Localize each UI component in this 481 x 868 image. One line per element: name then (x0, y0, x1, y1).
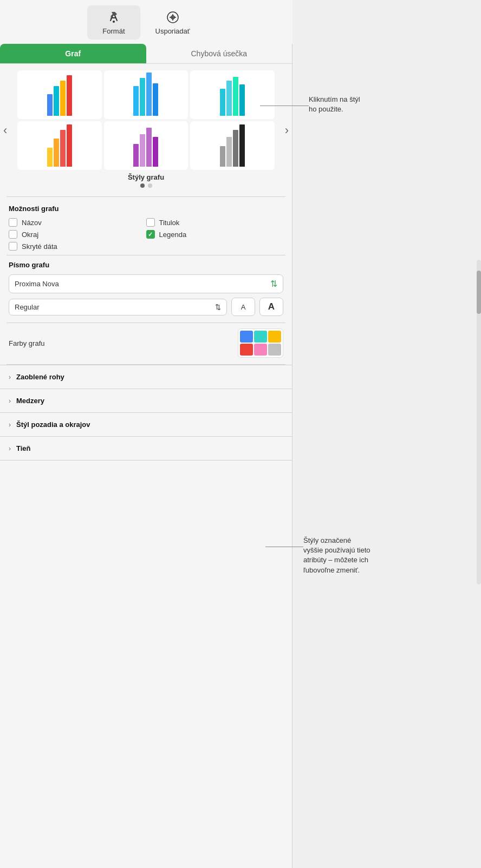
expand-chevron-2: › (9, 421, 11, 429)
chart-style-1[interactable] (104, 70, 188, 119)
expand-label-2: Štýl pozadia a okrajov (16, 420, 90, 429)
chart-style-5[interactable] (190, 121, 275, 170)
color-swatch-2[interactable] (268, 331, 281, 343)
color-swatch-1[interactable] (254, 331, 267, 343)
expandable-list: › Zaoblené rohy › Medzery › Štýl pozadia… (0, 365, 292, 461)
checkbox-skryte-input[interactable] (9, 242, 17, 251)
font-name-row: Proxima Nova ⇅ (9, 274, 283, 293)
checkbox-okraj-input[interactable] (9, 230, 17, 239)
format-label: Formát (102, 27, 125, 35)
colors-label: Farby grafu (9, 339, 44, 347)
expand-chevron-0: › (9, 373, 11, 381)
annotation-styles: Štýly označenévyššie používajú tietoatri… (303, 536, 417, 575)
graph-options-title: Možnosti grafu (9, 205, 283, 213)
expand-row-1[interactable]: › Medzery (0, 389, 292, 412)
tab-graf[interactable]: Graf (0, 44, 146, 63)
checkbox-titulok-input[interactable] (146, 218, 155, 227)
font-increase-button[interactable]: A (259, 298, 283, 316)
checkbox-skryte: Skryté dáta (9, 242, 283, 251)
scrollbar-thumb[interactable] (477, 271, 481, 314)
checkbox-nazov: Názov (9, 218, 146, 227)
chart-styles-label: Štýly grafu (4, 173, 288, 181)
expand-chevron-3: › (9, 445, 11, 452)
font-section-title: Písmo grafu (9, 261, 283, 269)
chart-style-3[interactable] (17, 121, 102, 170)
color-swatches[interactable] (238, 328, 283, 358)
expand-label-1: Medzery (16, 397, 44, 405)
font-style-stepper-icon: ⇅ (215, 303, 221, 311)
format-icon (106, 10, 121, 25)
font-name-select[interactable]: Proxima Nova ⇅ (9, 274, 283, 293)
annotation-click-style: Kliknutím na štýlho použite. (309, 95, 417, 114)
color-swatch-5[interactable] (268, 344, 281, 356)
checkbox-legenda-label: Legenda (159, 231, 187, 239)
font-section: Písmo grafu Proxima Nova ⇅ Regular ⇅ A A (0, 255, 292, 323)
colors-section: Farby grafu (0, 323, 292, 364)
arrange-icon (165, 10, 180, 25)
font-style-value: Regular (15, 303, 40, 311)
font-name-stepper-icon: ⇅ (270, 279, 277, 289)
arrange-label: Usporiadať (155, 27, 190, 35)
expand-row-3[interactable]: › Tieň (0, 436, 292, 461)
checkbox-legenda: Legenda (146, 230, 284, 239)
dot-1[interactable] (140, 183, 145, 188)
checkbox-okraj: Okraj (9, 230, 146, 239)
font-style-select[interactable]: Regular ⇅ (9, 299, 227, 315)
checkbox-okraj-label: Okraj (22, 231, 38, 239)
color-swatch-0[interactable] (240, 331, 253, 343)
svg-point-1 (113, 21, 115, 23)
chart-style-0[interactable] (17, 70, 102, 119)
dot-2[interactable] (148, 183, 152, 188)
chart-style-grid (4, 70, 288, 170)
checkbox-titulok: Titulok (146, 218, 284, 227)
font-increase-label: A (268, 301, 275, 312)
color-swatch-3[interactable] (240, 344, 253, 356)
checkbox-skryte-label: Skryté dáta (22, 242, 57, 251)
checkbox-grid: Názov Titulok Okraj Legenda Skryté dáta (9, 218, 283, 251)
expand-row-0[interactable]: › Zaoblené rohy (0, 365, 292, 389)
font-name-value: Proxima Nova (15, 280, 59, 288)
tab-chybova[interactable]: Chybová úsečka (146, 44, 292, 63)
expand-label-0: Zaoblené rohy (16, 373, 64, 381)
checkbox-nazov-label: Názov (22, 219, 42, 227)
annotation-line-2 (265, 547, 303, 547)
font-decrease-button[interactable]: A (231, 298, 255, 316)
checkbox-nazov-input[interactable] (9, 218, 17, 227)
chart-style-4[interactable] (104, 121, 188, 170)
color-swatch-4[interactable] (254, 344, 267, 356)
graph-options-section: Možnosti grafu Názov Titulok Okraj Legen… (0, 197, 292, 255)
annotation-line-1 (260, 106, 309, 106)
font-decrease-label: A (241, 303, 246, 311)
toolbar: Formát Usporiadať (0, 0, 292, 44)
expand-row-2[interactable]: › Štýl pozadia a okrajov (0, 412, 292, 436)
font-row2: Regular ⇅ A A (9, 298, 283, 316)
scrollbar[interactable] (477, 260, 481, 584)
tab-bar: Graf Chybová úsečka (0, 44, 292, 64)
arrange-button[interactable]: Usporiadať (140, 5, 205, 40)
format-button[interactable]: Formát (87, 5, 140, 40)
checkbox-titulok-label: Titulok (159, 219, 180, 227)
chart-nav-right[interactable]: › (283, 123, 291, 137)
chart-nav-left[interactable]: ‹ (1, 123, 9, 137)
checkbox-legenda-input[interactable] (146, 230, 155, 239)
expand-chevron-1: › (9, 397, 11, 405)
format-panel: Formát Usporiadať Graf Chybová úsečka ‹ … (0, 0, 292, 868)
page-dots (4, 183, 288, 188)
chart-style-2[interactable] (190, 70, 275, 119)
chart-styles-area: ‹ › Štýly grafu (0, 64, 292, 196)
expand-label-3: Tieň (16, 444, 31, 452)
